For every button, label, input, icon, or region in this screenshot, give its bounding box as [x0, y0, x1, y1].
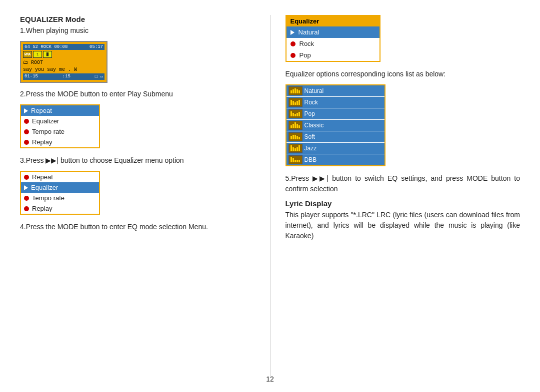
play-arrow-icon [290, 30, 294, 35]
dot-icon [290, 41, 296, 46]
bar-chart-icon [290, 157, 300, 163]
menu2-label-repeat: Repeat [32, 173, 53, 181]
eq-list-classic: Classic [286, 120, 384, 131]
dot-icon [290, 53, 296, 58]
eq-icon-natural [288, 86, 302, 95]
equalizer-header: Equalizer [286, 16, 380, 26]
dot-icon [24, 129, 29, 134]
eq-list-pop: Pop [286, 108, 384, 120]
eq-icon-rock [288, 98, 302, 107]
menu-box-2: Repeat Equalizer Tempo rate Replay [20, 171, 100, 215]
menu1-label-replay: Replay [32, 138, 52, 146]
bar-chart-icon [290, 111, 300, 117]
bar-chart-icon [290, 88, 300, 94]
menu2-label-tempo: Tempo rate [32, 194, 64, 202]
main-heading: EQUALIZER Mode [20, 15, 255, 23]
player-icons-row: WMA 1 ▐▌ [23, 51, 104, 58]
eq-icon-dbb [288, 155, 302, 164]
menu1-label-repeat: Repeat [31, 107, 52, 114]
eq-list-natural: Natural [286, 85, 384, 97]
menu2-item-replay: Replay [21, 203, 99, 214]
eq-list-soft: Soft [286, 131, 384, 143]
bar-chart-icon [290, 99, 300, 105]
play-arrow-icon [24, 185, 28, 190]
eq-natural-label: Natural [298, 28, 320, 36]
eq-option-rock: Rock [286, 38, 380, 49]
eq-icon-pop [288, 109, 302, 118]
play-arrow-icon [24, 108, 28, 113]
eq-option-pop: Pop [286, 49, 380, 61]
player-icons-bottom: □ ▭ [95, 74, 103, 79]
player-track-info: 01-15 [24, 74, 38, 79]
eq-list-dbb: DBB [286, 154, 384, 165]
eq-option-natural: Natural [286, 26, 380, 38]
menu1-item-tempo: Tempo rate [21, 126, 99, 137]
menu1-item-equalizer: Equalizer [21, 116, 99, 126]
eq-list-rock: Rock [286, 97, 384, 108]
eq-list-label-dbb: DBB [304, 156, 317, 163]
eq-list-label-pop: Pop [304, 110, 315, 117]
player-song: say you say me . W [23, 66, 104, 73]
step1-text: 1.When playing music [20, 25, 255, 36]
player-screen: 64 52 ROCK 00:08 05:17 WMA 1 ▐▌ 🗂 ROOT s… [20, 41, 108, 83]
player-top-left: 64 52 ROCK 00:08 [24, 44, 68, 49]
player-top-bar: 64 52 ROCK 00:08 05:17 [23, 44, 104, 50]
bar-chart-icon [290, 145, 300, 151]
player-top-right: 05:17 [90, 44, 103, 49]
eq-list-label-natural: Natural [304, 87, 324, 94]
eq-icon-classic [288, 121, 302, 130]
step5-text: 5.Press ▶▶| button to switch EQ settings… [286, 173, 520, 194]
icons-intro-text: Equalizer options corresponding icons li… [286, 69, 520, 79]
equalizer-top-box: Equalizer Natural Rock Pop [286, 15, 380, 62]
step3-text: 3.Press ▶▶| button to choose Equalizer m… [20, 155, 255, 166]
menu1-label-tempo: Tempo rate [32, 128, 64, 135]
dot-icon [24, 196, 29, 201]
track-icon: 1 [33, 51, 42, 58]
eq-icon-jazz [288, 144, 302, 153]
menu1-item-replay: Replay [21, 137, 99, 147]
step4-text: 4.Press the MODE button to enter EQ mode… [20, 222, 255, 232]
menu2-label-replay: Replay [32, 205, 52, 212]
bar-chart-icon [290, 122, 300, 128]
menu2-item-repeat: Repeat [21, 172, 99, 182]
player-bottom-bar: 01-15 :15 □ ▭ [23, 73, 104, 80]
eq-icons-list: Natural Rock Pop [286, 84, 386, 166]
eq-icon-soft [288, 132, 302, 141]
dot-icon [24, 206, 29, 211]
eq-list-jazz: Jazz [286, 143, 384, 154]
eq-rock-label: Rock [300, 40, 314, 47]
eq-list-label-classic: Classic [304, 122, 324, 129]
menu1-label-equalizer: Equalizer [32, 117, 59, 125]
eq-list-label-jazz: Jazz [304, 145, 317, 152]
step2-text: 2.Press the MODE button to enter Play Su… [20, 89, 255, 99]
page-number: 12 [266, 375, 274, 383]
eq-list-label-soft: Soft [304, 133, 315, 140]
format-icon: WMA [23, 51, 32, 58]
player-root: 🗂 ROOT [23, 59, 104, 66]
eq-list-label-rock: Rock [304, 99, 318, 106]
menu-box-1: Repeat Equalizer Tempo rate Replay [20, 104, 100, 148]
lyric-text: This player supports "*.LRC" LRC (lyric … [286, 210, 520, 241]
dot-icon [24, 140, 29, 145]
menu2-label-equalizer: Equalizer [31, 184, 58, 191]
lyric-heading: Lyric Display [286, 199, 520, 208]
signal-icon: ▐▌ [43, 51, 52, 58]
menu2-item-tempo: Tempo rate [21, 193, 99, 203]
eq-pop-label: Pop [300, 51, 311, 59]
left-column: EQUALIZER Mode 1.When playing music 64 5… [20, 15, 270, 377]
player-time: :15 [62, 74, 70, 79]
dot-icon [24, 119, 29, 124]
menu2-item-equalizer: Equalizer [21, 182, 99, 193]
right-column: Equalizer Natural Rock Pop Equalizer opt… [270, 15, 520, 377]
bar-chart-icon [290, 134, 300, 140]
dot-icon [24, 175, 29, 180]
menu1-item-repeat: Repeat [21, 105, 99, 116]
